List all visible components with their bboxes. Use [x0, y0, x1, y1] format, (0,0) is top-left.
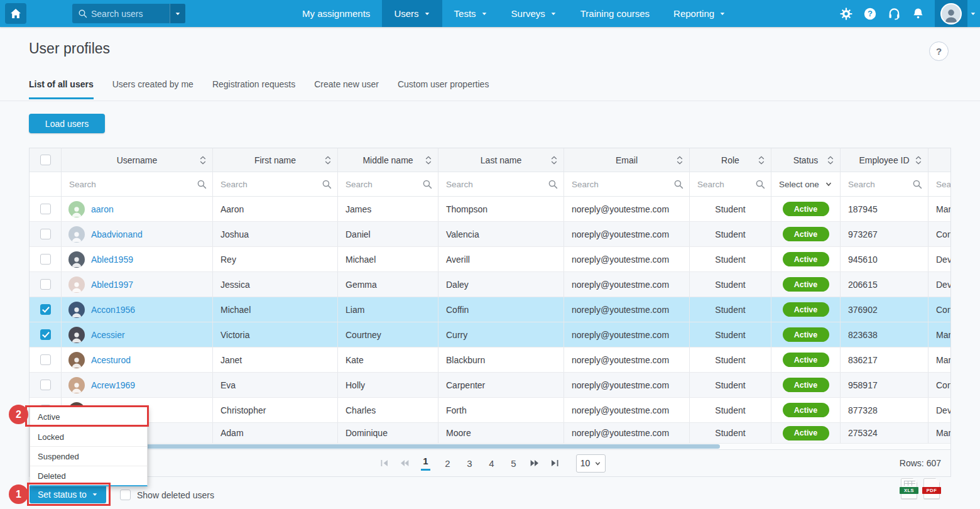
- filter-email-input[interactable]: [564, 172, 689, 196]
- support-button[interactable]: [888, 7, 901, 20]
- clipped-cell: Dev: [928, 247, 951, 271]
- filter-last-name-input[interactable]: [438, 172, 564, 196]
- filter-status-select[interactable]: Select one: [771, 172, 841, 196]
- home-button[interactable]: [5, 3, 26, 24]
- row-checkbox[interactable]: [40, 204, 51, 214]
- username-link[interactable]: Accon1956: [91, 305, 135, 315]
- next-page-button[interactable]: [530, 459, 539, 467]
- nav-reporting[interactable]: Reporting: [662, 0, 738, 27]
- page-2-button[interactable]: 2: [443, 458, 452, 469]
- sort-icon[interactable]: [200, 156, 206, 165]
- col-middle-name[interactable]: Middle name: [338, 148, 438, 172]
- user-menu-button[interactable]: [935, 0, 967, 27]
- row-checkbox[interactable]: [40, 354, 51, 365]
- show-deleted-users-checkbox[interactable]: [120, 490, 131, 500]
- set-status-to-button[interactable]: Set status to: [30, 485, 106, 503]
- sort-icon[interactable]: [915, 156, 922, 165]
- username-link[interactable]: Abled1959: [91, 255, 133, 265]
- page-3-button[interactable]: 3: [465, 458, 474, 469]
- menu-item-deleted[interactable]: Deleted: [30, 466, 147, 485]
- username-link[interactable]: aaron: [91, 204, 114, 214]
- user-menu-caret[interactable]: [970, 11, 976, 17]
- sort-icon[interactable]: [551, 156, 557, 165]
- sort-icon[interactable]: [425, 156, 432, 165]
- row-checkbox[interactable]: [40, 254, 51, 265]
- col-username[interactable]: Username: [62, 148, 213, 172]
- tab-list-of-all-users[interactable]: List of all users: [29, 79, 94, 99]
- status-badge: Active: [783, 327, 829, 342]
- username-link[interactable]: Abled1997: [91, 280, 133, 290]
- row-checkbox-checked[interactable]: [40, 304, 51, 315]
- help-button[interactable]: [864, 8, 876, 20]
- username-link[interactable]: Acessier: [91, 330, 125, 340]
- export-pdf-button[interactable]: PDF: [923, 478, 940, 499]
- page-5-button[interactable]: 5: [509, 458, 518, 469]
- tab-create-new-user[interactable]: Create new user: [314, 79, 379, 99]
- page-4-button[interactable]: 4: [487, 458, 496, 469]
- status-badge: Active: [783, 302, 829, 317]
- notifications-button[interactable]: [912, 8, 924, 19]
- col-employee-id[interactable]: Employee ID: [841, 148, 928, 172]
- col-first-name[interactable]: First name: [213, 148, 338, 172]
- table-row[interactable]: aaron Aaron James Thompson noreply@youte…: [30, 197, 950, 222]
- username-link[interactable]: Abadvionand: [91, 229, 143, 239]
- col-role[interactable]: Role: [690, 148, 771, 172]
- nav-tests[interactable]: Tests: [442, 0, 499, 27]
- menu-item-locked[interactable]: Locked: [30, 427, 147, 446]
- bell-icon: [912, 8, 924, 19]
- table-row[interactable]: Christopher Charles Forth noreply@youtes…: [30, 398, 950, 423]
- clipped-cell: Mar: [928, 348, 951, 372]
- tab-custom-user-properties[interactable]: Custom user properties: [398, 79, 489, 99]
- username-link[interactable]: Acesturod: [91, 355, 131, 365]
- nav-surveys[interactable]: Surveys: [499, 0, 569, 27]
- last-page-button[interactable]: [550, 459, 559, 467]
- page-help-button[interactable]: ?: [929, 41, 949, 61]
- page-size-select[interactable]: 10: [576, 454, 606, 473]
- menu-item-suspended[interactable]: Suspended: [30, 446, 147, 466]
- filter-first-name-input[interactable]: [213, 172, 337, 196]
- username-link[interactable]: Acrew1969: [91, 380, 135, 390]
- caret-down-icon: [481, 11, 487, 17]
- table-row[interactable]: Adam Dominique Moore noreply@youtestme.c…: [30, 423, 950, 444]
- table-row[interactable]: Abled1959 Rey Michael Averill noreply@yo…: [30, 247, 950, 272]
- settings-button[interactable]: [840, 8, 852, 20]
- table-row-selected[interactable]: Acessier Victoria Courtney Curry noreply…: [30, 322, 950, 348]
- table-row-selected[interactable]: Accon1956 Michael Liam Coffin noreply@yo…: [30, 297, 950, 322]
- status-badge: Active: [783, 426, 829, 441]
- row-checkbox[interactable]: [40, 279, 51, 290]
- sort-icon[interactable]: [677, 156, 683, 165]
- export-xls-button[interactable]: XLS: [901, 478, 917, 499]
- col-last-name[interactable]: Last name: [438, 148, 564, 172]
- row-checkbox[interactable]: [40, 229, 51, 239]
- col-email[interactable]: Email: [564, 148, 690, 172]
- col-status[interactable]: Status: [771, 148, 841, 172]
- nav-my-assignments[interactable]: My assignments: [290, 0, 382, 27]
- load-users-button[interactable]: Load users: [29, 114, 105, 133]
- first-name-cell: Eva: [213, 373, 338, 397]
- tab-registration-requests[interactable]: Registration requests: [212, 79, 295, 99]
- table-row[interactable]: Abadvionand Joshua Daniel Valencia norep…: [30, 222, 950, 247]
- sort-icon[interactable]: [325, 156, 331, 165]
- clipped-cell: Dev: [928, 398, 951, 422]
- previous-page-button[interactable]: [400, 459, 409, 467]
- filter-clipped-input[interactable]: [928, 172, 951, 196]
- filter-username-input[interactable]: [62, 172, 212, 196]
- row-checkbox-checked[interactable]: [40, 329, 51, 340]
- caret-down-icon: [719, 11, 726, 17]
- nav-training-courses[interactable]: Training courses: [569, 0, 662, 27]
- table-row[interactable]: Abled1997 Jessica Gemma Daley noreply@yo…: [30, 272, 950, 297]
- row-checkbox[interactable]: [40, 380, 51, 390]
- nav-users[interactable]: Users: [382, 0, 442, 27]
- sort-icon[interactable]: [758, 156, 765, 165]
- table-row[interactable]: Acrew1969 Eva Holly Carpenter noreply@yo…: [30, 373, 950, 398]
- page-1-button[interactable]: 1: [421, 456, 430, 471]
- menu-item-active[interactable]: Active: [30, 407, 147, 427]
- search-options-button[interactable]: [170, 4, 185, 23]
- search-users-input[interactable]: [91, 9, 170, 19]
- first-page-button[interactable]: [380, 459, 389, 467]
- table-row[interactable]: Acesturod Janet Kate Blackburn noreply@y…: [30, 348, 950, 373]
- tab-users-created-by-me[interactable]: Users created by me: [112, 79, 193, 99]
- col-clipped[interactable]: [928, 148, 951, 172]
- select-all-checkbox[interactable]: [40, 155, 51, 165]
- sort-icon[interactable]: [827, 156, 834, 165]
